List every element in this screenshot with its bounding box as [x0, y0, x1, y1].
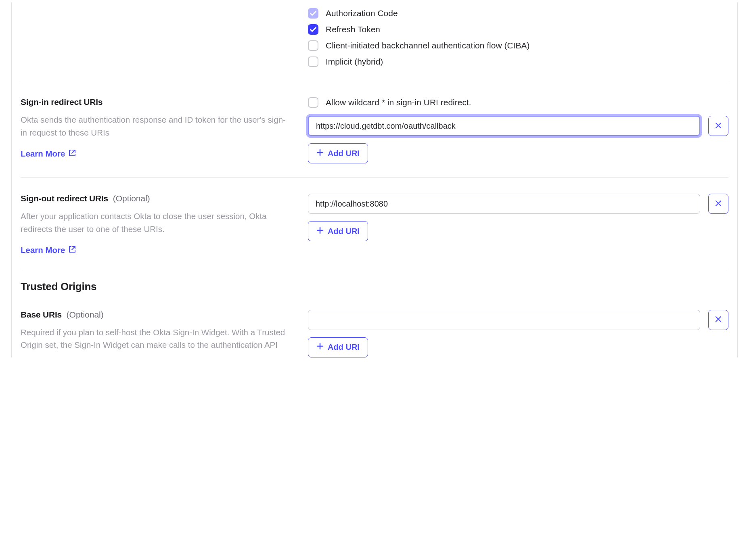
checkbox-refresh-token[interactable] — [308, 24, 318, 35]
base-uri-input[interactable] — [308, 310, 700, 330]
remove-uri-button[interactable] — [708, 116, 728, 136]
grant-type-label: Authorization Code — [326, 8, 398, 18]
add-uri-label: Add URI — [328, 343, 360, 352]
optional-label: (Optional) — [67, 310, 104, 319]
checkbox-ciba[interactable] — [308, 40, 318, 51]
remove-uri-button[interactable] — [708, 194, 728, 214]
checkbox-allow-wildcard[interactable] — [308, 97, 318, 108]
learn-more-link[interactable]: Learn More — [21, 245, 76, 255]
optional-label: (Optional) — [113, 194, 150, 203]
base-uris-desc: Required if you plan to self-host the Ok… — [21, 326, 292, 352]
add-uri-button[interactable]: Add URI — [308, 337, 368, 357]
signin-uri-input[interactable] — [308, 116, 700, 136]
signin-uri-row — [308, 116, 728, 136]
trusted-origins-title: Trusted Origins — [21, 280, 728, 293]
add-uri-label: Add URI — [328, 227, 360, 236]
add-uri-button[interactable]: Add URI — [308, 221, 368, 241]
plus-icon — [316, 343, 324, 352]
close-icon — [715, 316, 722, 324]
allow-wildcard-label: Allow wildcard * in sign-in URI redirect… — [326, 98, 471, 107]
grant-type-item: Authorization Code — [308, 8, 728, 19]
signout-uri-row — [308, 194, 728, 214]
base-uris-row: Base URIs (Optional) Required if you pla… — [21, 305, 728, 357]
signout-uri-input[interactable] — [308, 194, 700, 214]
remove-uri-button[interactable] — [708, 310, 728, 330]
external-link-icon — [69, 149, 76, 159]
checkbox-implicit[interactable] — [308, 56, 318, 67]
base-uri-row — [308, 310, 728, 330]
signin-redirect-label: Sign-in redirect URIs — [21, 97, 292, 107]
signout-redirect-desc: After your application contacts Okta to … — [21, 210, 292, 236]
add-uri-button[interactable]: Add URI — [308, 143, 368, 163]
grant-types-row: Authorization Code Refresh Token Client-… — [21, 8, 728, 81]
learn-more-label: Learn More — [21, 149, 65, 159]
close-icon — [715, 122, 722, 130]
grant-types-list: Authorization Code Refresh Token Client-… — [308, 8, 728, 67]
signin-redirect-row: Sign-in redirect URIs Okta sends the aut… — [21, 92, 728, 178]
plus-icon — [316, 227, 324, 236]
signout-redirect-row: Sign-out redirect URIs (Optional) After … — [21, 189, 728, 269]
learn-more-label: Learn More — [21, 245, 65, 255]
grant-type-item: Refresh Token — [308, 24, 728, 35]
signin-redirect-desc: Okta sends the authentication response a… — [21, 113, 292, 139]
grant-type-item: Implicit (hybrid) — [308, 56, 728, 67]
add-uri-label: Add URI — [328, 149, 360, 158]
external-link-icon — [69, 245, 76, 255]
grant-type-label: Implicit (hybrid) — [326, 57, 383, 67]
checkbox-authorization-code[interactable] — [308, 8, 318, 19]
base-uris-label: Base URIs — [21, 310, 62, 319]
signout-redirect-label: Sign-out redirect URIs — [21, 194, 108, 203]
allow-wildcard-row: Allow wildcard * in sign-in URI redirect… — [308, 97, 728, 108]
plus-icon — [316, 149, 324, 158]
grant-type-item: Client-initiated backchannel authenticat… — [308, 40, 728, 51]
grant-type-label: Client-initiated backchannel authenticat… — [326, 41, 529, 50]
learn-more-link[interactable]: Learn More — [21, 149, 76, 159]
close-icon — [715, 200, 722, 208]
grant-type-label: Refresh Token — [326, 25, 380, 34]
